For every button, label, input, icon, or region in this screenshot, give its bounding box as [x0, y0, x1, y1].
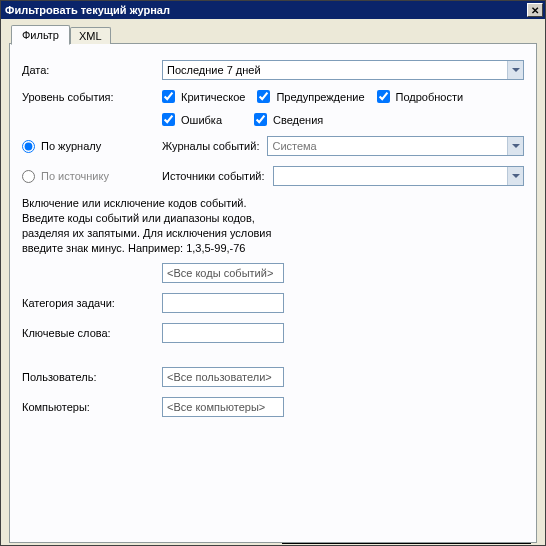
task-cat-label: Категория задачи: [22, 297, 162, 309]
level-critical[interactable]: Критическое [162, 90, 245, 103]
computers-label: Компьютеры: [22, 401, 162, 413]
radio-by-log[interactable] [22, 140, 35, 153]
keywords-input[interactable] [162, 323, 284, 343]
task-cat-input[interactable] [162, 293, 284, 313]
level-verbose[interactable]: Подробности [377, 90, 464, 103]
close-button[interactable]: ✕ [527, 3, 543, 17]
chevron-down-icon [507, 61, 523, 79]
computers-input[interactable]: <Все компьютеры> [162, 397, 284, 417]
level-label: Уровень события: [22, 91, 162, 103]
tab-xml[interactable]: XML [70, 27, 111, 44]
event-codes-input[interactable]: <Все коды событий> [162, 263, 284, 283]
filter-dialog: Фильтровать текущий журнал ✕ Фильтр XML … [0, 0, 546, 546]
date-combo[interactable]: Последние 7 дней [162, 60, 524, 80]
user-label: Пользователь: [22, 371, 162, 383]
by-source-label: По источнику [41, 170, 109, 182]
chevron-down-icon [507, 167, 523, 185]
titlebar: Фильтровать текущий журнал ✕ [1, 1, 545, 19]
tab-filter[interactable]: Фильтр [11, 25, 70, 45]
sources-label: Источники событий: [162, 170, 273, 182]
keywords-label: Ключевые слова: [22, 327, 162, 339]
filter-panel: Дата: Последние 7 дней Уровень события: … [9, 43, 537, 543]
logs-combo[interactable]: Система [267, 136, 524, 156]
chevron-down-icon [507, 137, 523, 155]
level-info[interactable]: Сведения [254, 113, 323, 126]
tab-strip: Фильтр XML [1, 19, 545, 44]
date-combo-value: Последние 7 дней [167, 64, 261, 76]
window-title: Фильтровать текущий журнал [5, 4, 170, 16]
level-error[interactable]: Ошибка [162, 113, 222, 126]
sources-combo[interactable] [273, 166, 525, 186]
logs-label: Журналы событий: [162, 140, 267, 152]
logs-combo-value: Система [272, 140, 316, 152]
by-log-label: По журналу [41, 140, 101, 152]
codes-note: Включение или исключение кодов событий. … [22, 196, 282, 255]
date-label: Дата: [22, 64, 162, 76]
user-input[interactable]: <Все пользователи> [162, 367, 284, 387]
radio-by-source[interactable] [22, 170, 35, 183]
level-warning[interactable]: Предупреждение [257, 90, 364, 103]
